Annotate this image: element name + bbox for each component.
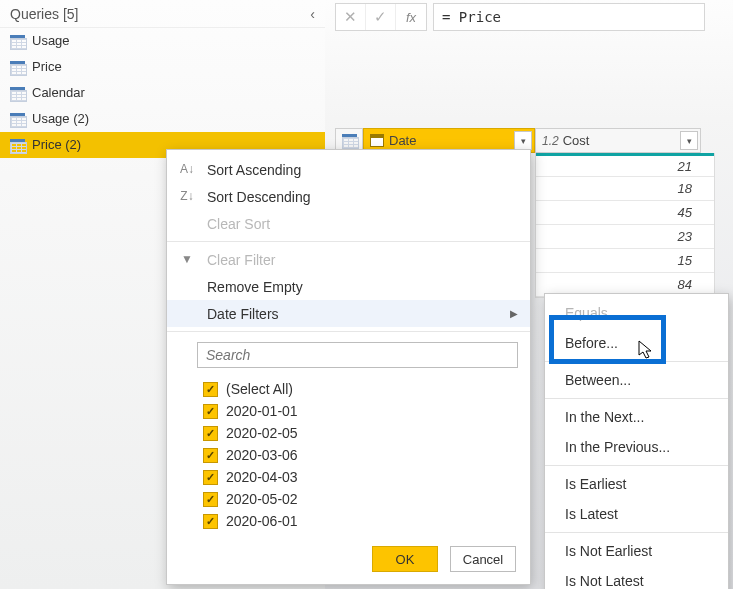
cell-cost: 21	[536, 156, 702, 176]
table-row[interactable]: 21	[536, 153, 714, 177]
submenu-in-next[interactable]: In the Next...	[545, 402, 728, 432]
table-row[interactable]: 18	[536, 177, 714, 201]
cell-cost: 18	[536, 177, 702, 200]
menu-remove-empty[interactable]: Remove Empty	[167, 273, 530, 300]
filter-value[interactable]: ✓2020-05-02	[203, 488, 518, 510]
table-icon	[10, 139, 25, 152]
menu-label: Date Filters	[207, 306, 279, 322]
table-icon	[10, 35, 25, 48]
query-label: Calendar	[32, 80, 85, 106]
cell-cost: 15	[536, 249, 702, 272]
menu-sort-ascending[interactable]: A↓ Sort Ascending	[167, 156, 530, 183]
menu-label: Clear Sort	[207, 216, 270, 232]
checkbox-icon: ✓	[203, 448, 218, 463]
check-label: (Select All)	[226, 381, 293, 397]
query-label: Usage	[32, 28, 70, 54]
cancel-button[interactable]: Cancel	[450, 546, 516, 572]
table-row[interactable]: 23	[536, 225, 714, 249]
table-icon	[342, 134, 357, 147]
submenu-is-earliest[interactable]: Is Earliest	[545, 469, 728, 499]
cell-cost: 45	[536, 201, 702, 224]
menu-separator	[545, 398, 728, 399]
menu-clear-sort: Clear Sort	[167, 210, 530, 237]
query-item-calendar[interactable]: Calendar	[0, 80, 325, 106]
menu-clear-filter: ▼ Clear Filter	[167, 246, 530, 273]
collapse-panel-icon[interactable]: ‹	[310, 0, 315, 28]
submenu-is-not-earliest[interactable]: Is Not Earliest	[545, 536, 728, 566]
submenu-is-latest[interactable]: Is Latest	[545, 499, 728, 529]
menu-date-filters[interactable]: Date Filters ▶	[167, 300, 530, 327]
submenu-equals[interactable]: Equals...	[545, 298, 728, 328]
column-filter-button[interactable]: ▾	[514, 131, 532, 150]
filter-value-list: ✓ (Select All) ✓2020-01-01 ✓2020-02-05 ✓…	[167, 374, 530, 536]
query-item-price[interactable]: Price	[0, 54, 325, 80]
ok-button[interactable]: OK	[372, 546, 438, 572]
column-label: Date	[389, 133, 416, 148]
filter-value[interactable]: ✓2020-06-01	[203, 510, 518, 532]
table-row[interactable]: 15	[536, 249, 714, 273]
table-icon	[10, 87, 25, 100]
formula-input[interactable]: = Price	[433, 3, 705, 31]
submenu-between[interactable]: Between...	[545, 365, 728, 395]
fx-icon[interactable]: fx	[396, 4, 426, 30]
menu-sort-descending[interactable]: Z↓ Sort Descending	[167, 183, 530, 210]
submenu-before[interactable]: Before...	[545, 328, 728, 358]
query-label: Price	[32, 54, 62, 80]
filter-value[interactable]: ✓2020-02-05	[203, 422, 518, 444]
filter-search-row	[167, 336, 530, 374]
check-label: 2020-06-01	[226, 513, 298, 529]
checkbox-icon: ✓	[203, 514, 218, 529]
checkbox-icon: ✓	[203, 382, 218, 397]
sort-desc-icon: Z↓	[179, 188, 195, 204]
column-header-cost[interactable]: 1.2 Cost ▾	[535, 128, 701, 153]
menu-label: Sort Ascending	[207, 162, 301, 178]
check-label: 2020-02-05	[226, 425, 298, 441]
cancel-formula-icon[interactable]: ✕	[336, 4, 366, 30]
table-row[interactable]: 45	[536, 201, 714, 225]
grid-body: 21 18 45 23 15 84	[535, 153, 715, 298]
menu-separator	[545, 361, 728, 362]
formula-actions: ✕ ✓ fx	[335, 3, 427, 31]
column-type: 1.2	[542, 134, 559, 148]
query-item-usage[interactable]: Usage	[0, 28, 325, 54]
filter-buttons: OK Cancel	[167, 536, 530, 578]
filter-search-input[interactable]	[197, 342, 518, 368]
calendar-icon	[370, 134, 384, 147]
filter-value[interactable]: ✓2020-04-03	[203, 466, 518, 488]
menu-label: Sort Descending	[207, 189, 311, 205]
queries-title: Queries [5]	[10, 6, 78, 22]
cell-cost: 23	[536, 225, 702, 248]
checkbox-icon: ✓	[203, 470, 218, 485]
query-label: Usage (2)	[32, 106, 89, 132]
submenu-is-not-latest[interactable]: Is Not Latest	[545, 566, 728, 589]
query-item-usage-2[interactable]: Usage (2)	[0, 106, 325, 132]
menu-label: Clear Filter	[207, 252, 275, 268]
submenu-in-previous[interactable]: In the Previous...	[545, 432, 728, 462]
check-label: 2020-04-03	[226, 469, 298, 485]
query-label: Price (2)	[32, 132, 81, 158]
menu-separator	[545, 532, 728, 533]
sort-asc-icon: A↓	[179, 161, 195, 177]
formula-bar: ✕ ✓ fx = Price	[335, 2, 705, 32]
filter-value[interactable]: ✓2020-01-01	[203, 400, 518, 422]
check-label: 2020-05-02	[226, 491, 298, 507]
menu-separator	[167, 241, 530, 242]
menu-label: Remove Empty	[207, 279, 303, 295]
checkbox-icon: ✓	[203, 404, 218, 419]
table-icon	[10, 113, 25, 126]
column-label: Cost	[563, 133, 590, 148]
confirm-formula-icon[interactable]: ✓	[366, 4, 396, 30]
filter-select-all[interactable]: ✓ (Select All)	[203, 378, 518, 400]
queries-header: Queries [5] ‹	[0, 0, 325, 28]
date-filters-submenu: Equals... Before... Between... In the Ne…	[544, 293, 729, 589]
checkbox-icon: ✓	[203, 492, 218, 507]
check-label: 2020-03-06	[226, 447, 298, 463]
clear-filter-icon: ▼	[179, 251, 195, 267]
column-filter-menu: A↓ Sort Ascending Z↓ Sort Descending Cle…	[166, 149, 531, 585]
menu-separator	[545, 465, 728, 466]
checkbox-icon: ✓	[203, 426, 218, 441]
column-filter-button[interactable]: ▾	[680, 131, 698, 150]
menu-separator	[167, 331, 530, 332]
table-icon	[10, 61, 25, 74]
filter-value[interactable]: ✓2020-03-06	[203, 444, 518, 466]
